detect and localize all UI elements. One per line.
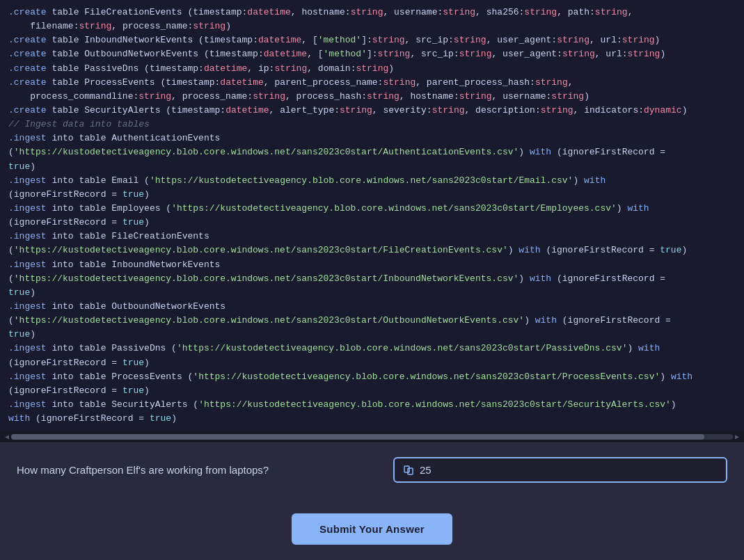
- code-line-29: .ingest into table SecurityAlerts ('http…: [8, 398, 736, 412]
- code-line-18: ('https://kustodetectiveagency.blob.core…: [8, 243, 736, 257]
- code-line-26: (ignoreFirstRecord = true): [8, 356, 736, 370]
- code-line-10: .ingest into table AuthenticationEvents: [8, 131, 736, 145]
- code-line-30: with (ignoreFirstRecord = true): [8, 412, 736, 426]
- code-line-5: .create table PassiveDns (timestamp:date…: [8, 62, 736, 76]
- scrollbar-left-arrow[interactable]: ◀: [3, 433, 11, 441]
- svg-rect-0: [404, 466, 409, 472]
- code-line-22: .ingest into table OutboundNetworkEvents: [8, 300, 736, 314]
- code-line-9: // Ingest data into tables: [8, 118, 736, 131]
- code-line-16: (ignoreFirstRecord = true): [8, 216, 736, 230]
- input-icon: [403, 465, 414, 476]
- code-line-13: .ingest into table Email ('https://kusto…: [8, 174, 736, 188]
- code-line-8: .create table SecurityAlerts (timestamp:…: [8, 104, 736, 118]
- code-line-7: process_commandline:string, process_name…: [8, 90, 736, 104]
- code-line-6: .create table ProcessEvents (timestamp:d…: [8, 76, 736, 90]
- code-line-14: (ignoreFirstRecord = true): [8, 188, 736, 202]
- code-line-1: .create table FileCreationEvents (timest…: [8, 6, 736, 19]
- code-line-25: .ingest into table PassiveDns ('https://…: [8, 342, 736, 355]
- code-line-15: .ingest into table Employees ('https://k…: [8, 202, 736, 216]
- code-line-11: ('https://kustodetectiveagency.blob.core…: [8, 145, 736, 159]
- scrollbar-thumb: [11, 434, 704, 440]
- code-line-17: .ingest into table FileCreationEvents: [8, 230, 736, 243]
- code-line-21: true): [8, 286, 736, 300]
- scrollbar-track[interactable]: [11, 434, 733, 440]
- submit-area: Submit Your Answer: [0, 497, 744, 560]
- code-line-23: ('https://kustodetectiveagency.blob.core…: [8, 314, 736, 328]
- svg-rect-1: [408, 468, 413, 474]
- code-line-24: true): [8, 328, 736, 342]
- scrollbar-right-arrow[interactable]: ▶: [733, 433, 741, 441]
- code-line-28: (ignoreFirstRecord = true): [8, 384, 736, 398]
- code-line-4: .create table OutboundNetworkEvents (tim…: [8, 47, 736, 61]
- code-line-19: .ingest into table InboundNetworkEvents: [8, 258, 736, 272]
- code-line-27: .ingest into table ProcessEvents ('https…: [8, 370, 736, 384]
- submit-button[interactable]: Submit Your Answer: [292, 513, 452, 545]
- question-text: How many Craftperson Elf's are working f…: [17, 464, 382, 476]
- code-container: .create table FileCreationEvents (timest…: [0, 0, 744, 431]
- code-line-2: filename:string, process_name:string): [8, 19, 736, 33]
- code-line-20: ('https://kustodetectiveagency.blob.core…: [8, 272, 736, 286]
- scrollbar-area[interactable]: ◀ ▶: [0, 431, 744, 442]
- question-area: How many Craftperson Elf's are working f…: [0, 442, 744, 497]
- answer-input[interactable]: [420, 464, 718, 476]
- answer-input-wrapper: [393, 457, 727, 483]
- code-line-12: true): [8, 160, 736, 174]
- code-line-3: .create table InboundNetworkEvents (time…: [8, 33, 736, 47]
